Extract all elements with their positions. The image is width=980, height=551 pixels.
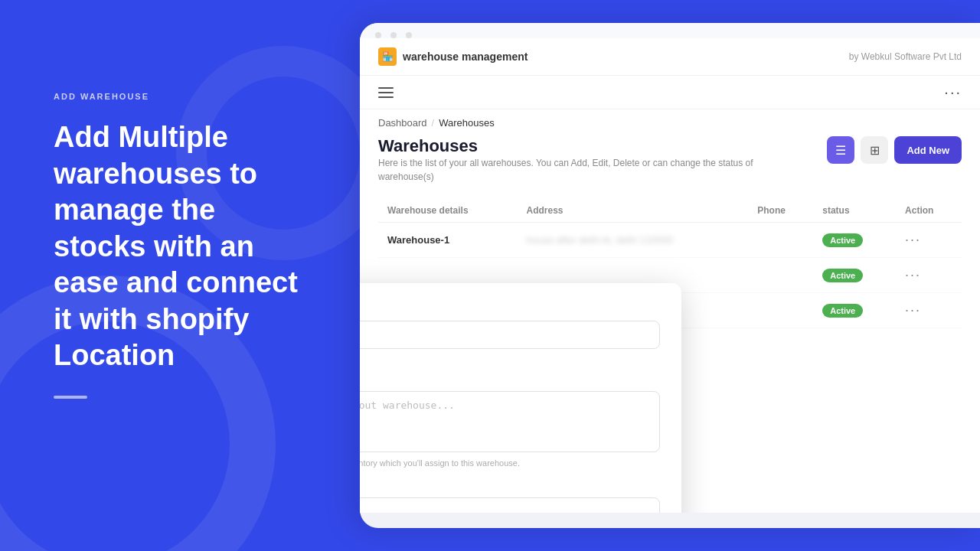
col-warehouse-details: Warehouse details	[378, 199, 517, 223]
table-header-row: Warehouse details Address Phone status A…	[378, 199, 962, 223]
warehouse-status-cell: Active	[813, 223, 896, 258]
row-action-button[interactable]: ···	[905, 232, 921, 247]
warehouse-phone-cell	[748, 293, 813, 328]
app-toolbar: ···	[360, 76, 980, 109]
status-badge: Active	[822, 233, 863, 247]
add-warehouse-form: Warehouse name* Enter the name of your w…	[360, 283, 681, 513]
breadcrumb-separator: /	[432, 117, 435, 129]
more-options-button[interactable]: ···	[944, 83, 962, 101]
warehouse-action-cell: ···	[896, 293, 962, 328]
logo-text: warehouse management	[403, 51, 528, 63]
grid-view-button[interactable]: ⊞	[861, 136, 888, 164]
left-panel: ADD WAREHOUSE Add Multiple warehouses to…	[0, 0, 360, 551]
additional-info-label: Additional Information	[360, 375, 660, 386]
page-description: Here is the list of your all warehouses.…	[378, 156, 761, 184]
col-action: Action	[896, 199, 962, 223]
address-line1-field: Address Line 1* Enter the location of yo…	[360, 481, 660, 513]
page-title-row: Warehouses Here is the list of your all …	[378, 136, 962, 194]
right-panel: 🏪 warehouse management by Webkul Softwar…	[360, 23, 980, 528]
by-text: by Webkul Software Pvt Ltd	[849, 51, 962, 62]
status-badge: Active	[822, 269, 863, 282]
warehouse-name-hint: Enter the name of your warehouse	[360, 352, 660, 361]
warehouse-phone-cell	[748, 258, 813, 293]
warehouse-address-value: house after delhi kt, delhi 110000	[526, 234, 673, 246]
app-header: 🏪 warehouse management by Webkul Softwar…	[360, 38, 980, 76]
page-title-block: Warehouses Here is the list of your all …	[378, 136, 761, 194]
warehouse-phone-cell	[748, 223, 813, 258]
divider	[54, 396, 87, 399]
warehouse-action-cell: ···	[896, 223, 962, 258]
list-view-button[interactable]: ☰	[827, 136, 854, 164]
browser-dot-2	[390, 32, 397, 38]
col-address: Address	[517, 199, 748, 223]
warehouse-status-cell: Active	[813, 293, 896, 328]
breadcrumb-home[interactable]: Dashboard	[378, 117, 427, 129]
hero-text: Add Multiple warehouses to manage the st…	[54, 119, 306, 374]
warehouse-name-field: Warehouse name* Enter the name of your w…	[360, 305, 660, 361]
browser-dot-3	[406, 32, 412, 38]
address-line1-label: Address Line 1*	[360, 481, 660, 493]
section-label: ADD WAREHOUSE	[54, 92, 306, 101]
app-logo: 🏪 warehouse management	[378, 47, 528, 66]
additional-info-input[interactable]	[360, 391, 660, 452]
toolbar-actions: ☰ ⊞ Add New	[827, 136, 962, 164]
hamburger-menu-button[interactable]	[378, 87, 394, 98]
address-line1-input[interactable]	[360, 497, 660, 513]
additional-info-hint: This info coud be about the Product or I…	[360, 458, 660, 468]
status-badge: Active	[822, 304, 863, 318]
browser-dot-1	[375, 32, 381, 38]
warehouse-name-label: Warehouse name*	[360, 305, 660, 316]
row-action-button[interactable]: ···	[905, 267, 921, 282]
table-row: Warehouse-1 house after delhi kt, delhi …	[378, 223, 962, 258]
breadcrumb-current: Warehouses	[439, 117, 495, 129]
warehouse-name-input[interactable]	[360, 321, 660, 349]
logo-icon: 🏪	[378, 47, 397, 66]
add-new-button[interactable]: Add New	[894, 136, 962, 164]
col-status: status	[813, 199, 896, 223]
app-area: 🏪 warehouse management by Webkul Softwar…	[360, 38, 980, 513]
additional-info-field: Additional Information This info coud be…	[360, 375, 660, 468]
warehouse-address-cell: house after delhi kt, delhi 110000	[517, 223, 748, 258]
warehouse-action-cell: ···	[896, 258, 962, 293]
page-title: Warehouses	[378, 136, 761, 156]
warehouse-status-cell: Active	[813, 258, 896, 293]
row-action-button[interactable]: ···	[905, 302, 921, 318]
warehouse-name-cell: Warehouse-1	[378, 223, 517, 258]
browser-chrome	[360, 23, 980, 38]
breadcrumb: Dashboard / Warehouses	[360, 109, 980, 136]
col-phone: Phone	[748, 199, 813, 223]
